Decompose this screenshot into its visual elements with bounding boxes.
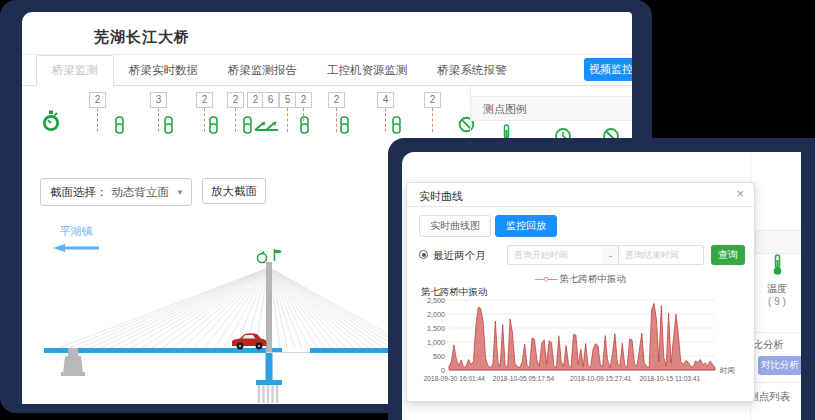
anemometer-icon xyxy=(275,249,283,261)
link-icon[interactable] xyxy=(241,116,254,138)
link-icon[interactable] xyxy=(298,116,311,138)
direction-label: 平湖镇 xyxy=(46,224,106,239)
close-icon[interactable]: × xyxy=(736,187,744,201)
divider xyxy=(751,382,801,383)
car xyxy=(232,334,267,350)
sensor-count-box: 3 xyxy=(150,92,167,108)
section-select[interactable]: 截面选择： 动态背立面 ▼ xyxy=(40,178,192,206)
link-icon[interactable] xyxy=(162,116,175,138)
modal-tab-bar: 实时曲线图监控回放 xyxy=(419,215,557,237)
svg-text:1,500: 1,500 xyxy=(427,324,445,333)
svg-text:2018-09-30 16:01:44: 2018-09-30 16:01:44 xyxy=(424,375,486,382)
link-icon[interactable] xyxy=(338,116,351,138)
sensor-dash-line xyxy=(432,108,433,132)
sensor-count-box: 4 xyxy=(377,92,394,108)
svg-text:2018-10-05 05:17:54: 2018-10-05 05:17:54 xyxy=(493,375,555,382)
chevron-down-icon: ▼ xyxy=(176,188,191,197)
main-tab-1[interactable]: 桥梁实时数据 xyxy=(114,55,213,86)
svg-text:2,500: 2,500 xyxy=(427,296,445,305)
gps-icon xyxy=(258,252,267,263)
slope-icon[interactable] xyxy=(265,119,279,137)
recent-two-months-label: 最近两个月 xyxy=(433,249,486,263)
query-button[interactable]: 查询 xyxy=(711,245,745,265)
svg-text:2018-10-09 15:27:41: 2018-10-09 15:27:41 xyxy=(570,375,632,382)
sensor-dash-line xyxy=(204,108,205,132)
sensor-dash-line xyxy=(158,108,159,132)
section-select-value: 动态背立面 xyxy=(112,185,177,200)
piles xyxy=(259,385,277,403)
temperature-label: 温度 xyxy=(754,282,800,296)
legend-marker: —○— xyxy=(535,273,557,284)
query-start-time-input[interactable] xyxy=(507,245,603,265)
desktop: 芜湖长江大桥 桥梁监测桥梁实时数据桥梁监测报告工控机资源监测桥梁系统报警 视频监… xyxy=(0,0,815,420)
legend-panel-title: 测点图例 xyxy=(483,102,527,117)
link-icon[interactable] xyxy=(113,116,126,138)
sensor-count-box: 6 xyxy=(262,92,279,108)
legend-panel-header: 测点图例 xyxy=(471,96,632,121)
sensor-dash-line xyxy=(235,108,236,132)
vibration-chart: 05001,0001,5002,0002,5002018-09-30 16:01… xyxy=(415,295,750,395)
stopwatch-icon[interactable] xyxy=(41,110,61,137)
thermometer-icon xyxy=(771,254,784,276)
svg-text:500: 500 xyxy=(433,352,445,361)
pile-cap xyxy=(256,380,282,385)
bridge-cables xyxy=(56,268,400,349)
sensor-count-box: 2 xyxy=(328,92,345,108)
realtime-curve-modal: 实时曲线 × 实时曲线图监控回放 最近两个月 - 查询 —○— 第七跨桥中振动 … xyxy=(406,182,755,402)
link-icon[interactable] xyxy=(390,116,403,138)
sensor-dash-line xyxy=(385,108,386,132)
divider xyxy=(751,332,801,333)
date-range-separator: - xyxy=(602,245,619,265)
bridge-diagram xyxy=(28,248,400,404)
compare-button[interactable]: 对比分析 xyxy=(758,356,801,375)
enlarge-section-button[interactable]: 放大截面 xyxy=(202,178,266,204)
sensor-dash-line xyxy=(97,108,98,132)
sensor-count-box: 5 xyxy=(279,92,296,108)
svg-text:1,000: 1,000 xyxy=(427,338,445,347)
query-end-time-input[interactable] xyxy=(618,245,704,265)
sensor-count-box: 2 xyxy=(196,92,213,108)
main-tab-bar: 桥梁监测桥梁实时数据桥梁监测报告工控机资源监测桥梁系统报警 xyxy=(36,55,522,86)
svg-text:2018-10-15 11:03:41: 2018-10-15 11:03:41 xyxy=(639,375,700,382)
svg-text:0: 0 xyxy=(441,366,445,375)
overlay-window: 测点图例 温度 ( 9 ) 对比分析 对比分析 测点列表 实时曲线 × 实时曲线… xyxy=(402,152,801,420)
modal-title: 实时曲线 xyxy=(419,189,463,204)
sensor-count-box: 2 xyxy=(227,92,244,108)
sensor-count-box: 2 xyxy=(295,92,312,108)
section-select-label: 截面选择： xyxy=(41,185,112,200)
svg-text:时间: 时间 xyxy=(720,366,735,375)
modal-header: 实时曲线 × xyxy=(407,183,754,207)
sensor-count-box: 2 xyxy=(89,92,106,108)
query-row: 最近两个月 - 查询 xyxy=(419,245,742,267)
modal-tab-0[interactable]: 实时曲线图 xyxy=(419,215,491,237)
main-tab-3[interactable]: 工控机资源监测 xyxy=(312,55,423,86)
page-title: 芜湖长江大桥 xyxy=(94,28,190,47)
temperature-legend[interactable]: 温度 ( 9 ) xyxy=(754,254,800,307)
link-icon[interactable] xyxy=(207,116,220,138)
main-tab-4[interactable]: 桥梁系统报警 xyxy=(423,55,522,86)
sensor-count-box: 2 xyxy=(424,92,441,108)
temperature-count: ( 9 ) xyxy=(754,296,800,307)
legend-label: 第七跨桥中振动 xyxy=(559,273,626,284)
sensor-dash-line xyxy=(287,108,288,132)
main-tab-0[interactable]: 桥梁监测 xyxy=(36,55,114,86)
modal-tab-1[interactable]: 监控回放 xyxy=(495,215,557,237)
chart-legend[interactable]: —○— 第七跨桥中振动 xyxy=(407,273,754,286)
tower-pier xyxy=(266,353,273,381)
recent-two-months-radio[interactable] xyxy=(419,250,428,259)
svg-text:2,000: 2,000 xyxy=(427,310,445,319)
sensor-dash-line xyxy=(336,108,337,132)
main-tab-2[interactable]: 桥梁监测报告 xyxy=(213,55,312,86)
bridge-deck-right xyxy=(310,348,400,353)
video-monitor-button[interactable]: 视频监控 xyxy=(584,58,632,81)
